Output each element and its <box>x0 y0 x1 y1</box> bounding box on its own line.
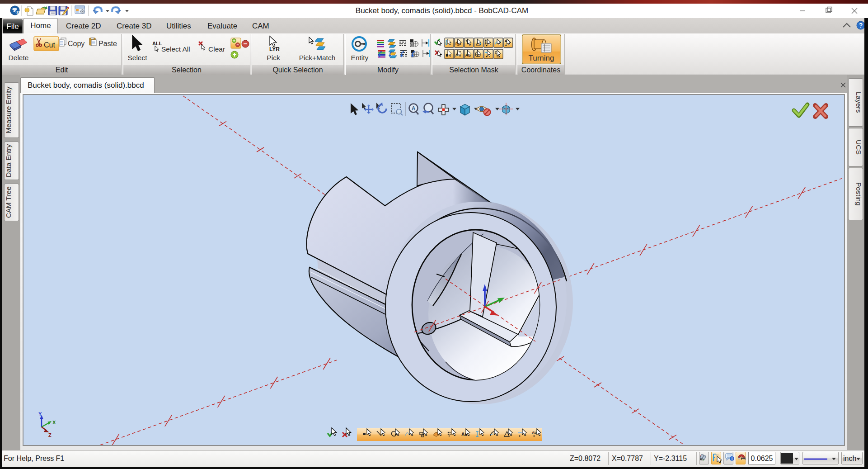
svg-text:Turning: Turning <box>528 54 554 62</box>
svg-text:33: 33 <box>16 11 20 14</box>
svg-text:Cut: Cut <box>44 41 55 49</box>
svg-text:Y: Y <box>38 411 42 417</box>
svg-text:ALL: ALL <box>152 41 162 46</box>
svg-text:A: A <box>412 105 416 112</box>
svg-text:i: i <box>732 457 733 461</box>
svg-text:Copy: Copy <box>68 40 84 47</box>
svg-text:Paste: Paste <box>99 40 117 47</box>
svg-text:Ab: Ab <box>532 431 537 435</box>
svg-text:Z: Z <box>48 432 52 438</box>
svg-text:X: X <box>52 420 56 425</box>
svg-text:LYR: LYR <box>269 46 280 52</box>
svg-text:?: ? <box>859 22 863 29</box>
